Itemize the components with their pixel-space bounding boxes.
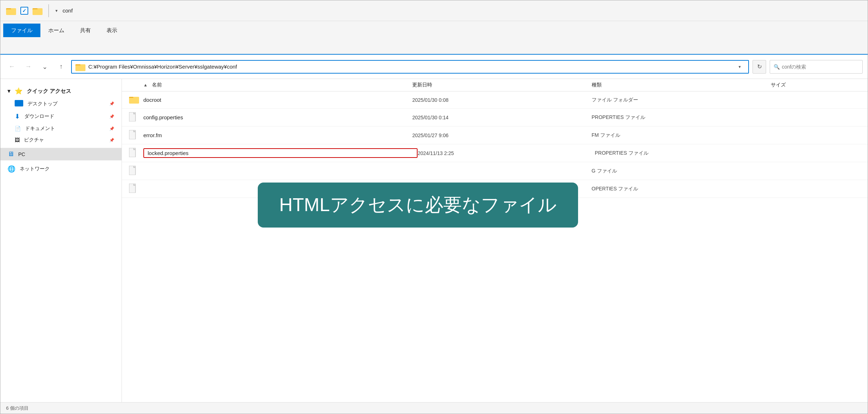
forward-button[interactable]: → (22, 60, 35, 73)
file-list: ▲ 名前 更新日時 種類 サイズ docroot (122, 79, 868, 402)
pictures-icon: 🖼 (15, 137, 20, 143)
row-file-icon (129, 166, 140, 176)
row-file-icon (129, 184, 140, 194)
col-header-type[interactable]: 種類 (592, 82, 771, 88)
row-type: PROPERTIES ファイル (592, 114, 771, 121)
row-date: 2024/11/13 2:25 (418, 150, 595, 156)
row-date: 2025/01/30 0:14 (412, 115, 592, 120)
title-separator (48, 4, 49, 17)
address-bar-row: ← → ⌄ ↑ ▾ ↻ 🔍 (0, 55, 868, 79)
ribbon-content (0, 37, 868, 54)
window-title: conf (63, 8, 73, 14)
address-box[interactable]: ▾ (71, 60, 749, 74)
status-item-count: 6 個の項目 (6, 405, 29, 411)
downloads-pin-icon: 📌 (109, 114, 114, 119)
svg-rect-5 (33, 9, 43, 15)
title-bar: ✓ ▾ conf (0, 0, 868, 21)
sidebar-item-documents-label: ドキュメント (25, 125, 105, 132)
tab-view[interactable]: 表示 (99, 24, 125, 37)
svg-rect-11 (129, 98, 139, 104)
up-button[interactable]: ↑ (55, 60, 68, 73)
row-date: 2025/01/30 0:08 (412, 97, 592, 103)
search-icon: 🔍 (774, 64, 780, 70)
sidebar-item-downloads-label: ダウンロード (24, 113, 105, 120)
tab-home[interactable]: ホーム (40, 24, 72, 37)
table-row-locked-properties[interactable]: locked.properties 2024/11/13 2:25 PROPER… (122, 144, 868, 162)
documents-pin-icon: 📌 (109, 126, 114, 131)
sidebar-item-downloads[interactable]: ⬇ ダウンロード 📌 (0, 110, 122, 123)
tooltip-overlay: HTMLアクセスに必要なファイル (258, 183, 578, 228)
checkbox-icon[interactable]: ✓ (20, 7, 28, 15)
sidebar-item-network-label: ネットワーク (20, 166, 114, 172)
row-name-cell-locked: locked.properties (143, 148, 418, 158)
address-dropdown-btn[interactable]: ▾ (735, 62, 745, 72)
table-row[interactable]: docroot 2025/01/30 0:08 ファイル フォルダー (122, 91, 868, 109)
main-area: ▾ ⭐ クイック アクセス デスクトップ 📌 ⬇ ダウンロード 📌 (0, 79, 868, 402)
download-icon: ⬇ (15, 113, 20, 120)
row-folder-icon (129, 95, 140, 105)
quick-access-expand-icon: ▾ (8, 88, 10, 94)
row-file-icon (129, 148, 140, 158)
table-row[interactable]: G ファイル (122, 162, 868, 180)
pc-icon: 🖥 (8, 150, 14, 158)
sidebar-item-network[interactable]: 🌐 ネットワーク (0, 163, 122, 175)
row-file-icon (129, 112, 140, 123)
row-type: OPERTIES ファイル (592, 186, 771, 192)
row-type: PROPERTIES ファイル (595, 150, 772, 156)
ribbon: ファイル ホーム 共有 表示 (0, 21, 868, 55)
tab-share[interactable]: 共有 (72, 24, 99, 37)
row-file-icon (129, 130, 140, 140)
network-section: 🌐 ネットワーク (0, 163, 122, 175)
search-box[interactable]: 🔍 (770, 60, 863, 74)
table-row[interactable]: config.properties 2025/01/30 0:14 PROPER… (122, 109, 868, 126)
row-name-cell: docroot (143, 97, 412, 103)
col-header-size[interactable]: サイズ (771, 82, 860, 88)
quick-access-label: クイック アクセス (27, 88, 71, 95)
sidebar-item-pc-label: PC (18, 151, 114, 157)
quick-access-section: ▾ ⭐ クイック アクセス デスクトップ 📌 ⬇ ダウンロード 📌 (0, 85, 122, 146)
title-folder-icon (6, 6, 16, 15)
sidebar-item-desktop[interactable]: デスクトップ 📌 (0, 98, 122, 110)
refresh-button[interactable]: ↻ (753, 60, 766, 74)
network-icon: 🌐 (8, 165, 15, 173)
search-input[interactable] (782, 64, 859, 70)
sidebar: ▾ ⭐ クイック アクセス デスクトップ 📌 ⬇ ダウンロード 📌 (0, 79, 122, 402)
desktop-pin-icon: 📌 (109, 101, 114, 106)
pc-section: 🖥 PC (0, 148, 122, 160)
quick-access-star-icon: ⭐ (15, 87, 23, 95)
table-row[interactable]: error.fm 2025/01/27 9:06 FM ファイル (122, 126, 868, 144)
tooltip-text: HTMLアクセスに必要なファイル (279, 194, 557, 215)
row-type: ファイル フォルダー (592, 97, 771, 103)
sidebar-item-documents[interactable]: 📄 ドキュメント 📌 (0, 123, 122, 134)
pictures-pin-icon: 📌 (109, 138, 114, 143)
sort-arrow-icon: ▲ (143, 83, 148, 88)
row-type: G ファイル (592, 168, 771, 174)
file-list-header: ▲ 名前 更新日時 種類 サイズ (122, 79, 868, 91)
desktop-icon (15, 100, 23, 108)
col-header-date[interactable]: 更新日時 (412, 82, 592, 88)
svg-rect-8 (75, 65, 85, 71)
row-date: 2025/01/27 9:06 (412, 133, 592, 138)
sidebar-item-desktop-label: デスクトップ (28, 101, 105, 107)
explorer-window: ✓ ▾ conf ファイル ホーム 共有 表示 ← → ⌄ ↑ (0, 0, 868, 414)
status-bar: 6 個の項目 (0, 402, 868, 414)
tab-file[interactable]: ファイル (3, 24, 40, 37)
row-name-cell: error.fm (143, 132, 412, 138)
back-button[interactable]: ← (5, 60, 18, 73)
dropdown-history-button[interactable]: ⌄ (38, 60, 51, 73)
sidebar-item-pc[interactable]: 🖥 PC (0, 148, 122, 160)
documents-icon: 📄 (15, 126, 21, 131)
row-type: FM ファイル (592, 132, 771, 139)
ribbon-tabs: ファイル ホーム 共有 表示 (0, 21, 868, 37)
sidebar-item-pictures[interactable]: 🖼 ピクチャ 📌 (0, 134, 122, 146)
svg-rect-2 (6, 9, 16, 15)
quick-access-header[interactable]: ▾ ⭐ クイック アクセス (0, 85, 122, 98)
col-header-name[interactable]: ▲ 名前 (143, 82, 412, 88)
address-input[interactable] (88, 64, 732, 70)
address-folder-icon (75, 63, 85, 71)
sidebar-item-pictures-label: ピクチャ (24, 137, 105, 143)
title-folder-icon2 (33, 6, 43, 15)
row-name-cell: config.properties (143, 114, 412, 120)
title-dropdown-arrow[interactable]: ▾ (55, 8, 58, 13)
